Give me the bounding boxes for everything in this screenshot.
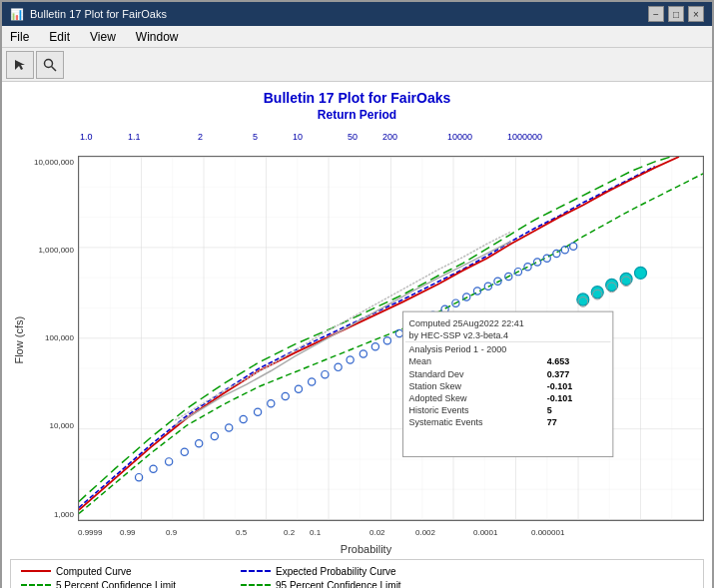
plot-canvas: Computed 25Aug2022 22:41 by HEC-SSP v2.3… — [78, 156, 704, 521]
rp-1: 1.0 — [80, 132, 93, 142]
y-tick-1k: 1,000 — [54, 510, 74, 519]
prob-02: 0.2 — [284, 528, 296, 537]
prob-01: 0.1 — [310, 528, 322, 537]
historic-point — [634, 267, 646, 279]
toolbar — [2, 48, 712, 82]
info-adopted-skew-value: -0.101 — [547, 393, 573, 403]
info-station-skew-label: Station Skew — [409, 381, 462, 391]
legend-expected-line — [241, 570, 271, 572]
info-historic-value: 5 — [547, 405, 552, 415]
legend-5pct-label: 5 Percent Confidence Limit — [56, 580, 176, 588]
menu-file[interactable]: File — [6, 29, 33, 45]
prob-05: 0.5 — [236, 528, 248, 537]
chart-inner: 1.0 1.1 2 5 10 50 200 10000 1000000 — [28, 126, 704, 555]
info-stddev-label: Standard Dev — [409, 369, 465, 379]
info-mean-value: 4.653 — [547, 356, 570, 366]
info-header2: by HEC-SSP v2.3-beta.4 — [409, 330, 508, 340]
legend-5pct-line — [21, 584, 51, 586]
legend-computed: Computed Curve — [21, 566, 221, 577]
legend-95pct: 95 Percent Confidence Limit — [241, 580, 440, 588]
plot-svg: Computed 25Aug2022 22:41 by HEC-SSP v2.3… — [79, 157, 703, 520]
prob-002: 0.02 — [369, 528, 385, 537]
bottom-axis: 0.9999 0.99 0.9 0.5 0.2 0.1 0.02 0.002 0… — [28, 521, 704, 541]
legend-expected: Expected Probability Curve — [241, 566, 440, 577]
prob-0002: 0.002 — [415, 528, 436, 537]
menu-window[interactable]: Window — [132, 29, 183, 45]
arrow-tool-button[interactable] — [6, 51, 34, 79]
rp-5: 5 — [253, 132, 258, 142]
menu-edit[interactable]: Edit — [45, 29, 74, 45]
top-axis-svg: 1.0 1.1 2 5 10 50 200 10000 1000000 — [78, 126, 704, 156]
rp-1000000: 1000000 — [507, 132, 542, 142]
chart-title: Bulletin 17 Plot for FairOaks — [10, 90, 704, 106]
title-bar: 📊 Bulletin 17 Plot for FairOaks − □ × — [2, 2, 712, 26]
y-tick-10k: 10,000 — [50, 421, 74, 430]
prob-00001: 0.0001 — [473, 528, 498, 537]
info-station-skew-value: -0.101 — [547, 381, 573, 391]
info-systematic-value: 77 — [547, 417, 557, 427]
prob-09999: 0.9999 — [78, 528, 103, 537]
y-tick-1m: 1,000,000 — [38, 246, 74, 255]
top-axis: 1.0 1.1 2 5 10 50 200 10000 1000000 — [28, 126, 704, 156]
x-axis-label: Probability — [28, 543, 704, 555]
chart-subtitle: Return Period — [10, 108, 704, 122]
rp-10: 10 — [293, 132, 303, 142]
close-button[interactable]: × — [688, 6, 704, 22]
menu-view[interactable]: View — [86, 29, 120, 45]
maximize-button[interactable]: □ — [668, 6, 684, 22]
menu-bar: File Edit View Window — [2, 26, 712, 48]
title-bar-controls: − □ × — [648, 6, 704, 22]
legend-95pct-line — [241, 584, 271, 586]
info-adopted-skew-label: Adopted Skew — [409, 393, 468, 403]
chart-area: Bulletin 17 Plot for FairOaks Return Per… — [2, 82, 712, 588]
rp-1-1: 1.1 — [128, 132, 141, 142]
prob-0000001: 0.000001 — [531, 528, 565, 537]
window-title: Bulletin 17 Plot for FairOaks — [30, 8, 167, 20]
rp-10000: 10000 — [447, 132, 472, 142]
plot-row: 10,000,000 1,000,000 100,000 10,000 1,00… — [28, 156, 704, 521]
zoom-tool-button[interactable] — [36, 51, 64, 79]
info-analysis-label: Analysis Period 1 - 2000 — [409, 344, 507, 354]
rp-50: 50 — [348, 132, 357, 142]
legend-computed-line — [21, 570, 51, 572]
y-axis-label: Flow (cfs) — [10, 126, 28, 555]
minimize-button[interactable]: − — [648, 6, 664, 22]
y-axis-ticks: 10,000,000 1,000,000 100,000 10,000 1,00… — [28, 156, 78, 521]
title-bar-left: 📊 Bulletin 17 Plot for FairOaks — [10, 8, 167, 21]
bottom-axis-svg: 0.9999 0.99 0.9 0.5 0.2 0.1 0.02 0.002 0… — [78, 521, 704, 541]
info-systematic-label: Systematic Events — [409, 417, 484, 427]
legend-expected-label: Expected Probability Curve — [276, 566, 396, 577]
legend: Computed Curve Expected Probability Curv… — [10, 559, 704, 588]
prob-09: 0.9 — [166, 528, 178, 537]
svg-marker-0 — [15, 60, 25, 70]
legend-computed-label: Computed Curve — [56, 566, 132, 577]
rp-200: 200 — [382, 132, 397, 142]
chart-container: Flow (cfs) 1.0 1.1 2 5 10 50 200 10000 1… — [10, 126, 704, 555]
legend-row-2: 5 Percent Confidence Limit 95 Percent Co… — [21, 580, 693, 588]
info-historic-label: Historic Events — [409, 405, 470, 415]
info-stddev-value: 0.377 — [547, 369, 570, 379]
main-window: 📊 Bulletin 17 Plot for FairOaks − □ × Fi… — [0, 0, 714, 588]
svg-point-1 — [45, 59, 53, 67]
prob-099: 0.99 — [120, 528, 136, 537]
y-tick-100k: 100,000 — [45, 333, 74, 342]
window-icon: 📊 — [10, 8, 24, 21]
legend-row-1: Computed Curve Expected Probability Curv… — [21, 566, 693, 577]
zoom-icon — [43, 58, 57, 72]
rp-2: 2 — [198, 132, 203, 142]
legend-95pct-label: 95 Percent Confidence Limit — [276, 580, 401, 588]
arrow-icon — [13, 58, 27, 72]
info-header1: Computed 25Aug2022 22:41 — [409, 318, 524, 328]
legend-5pct: 5 Percent Confidence Limit — [21, 580, 221, 588]
info-mean-label: Mean — [409, 356, 432, 366]
y-tick-10m: 10,000,000 — [34, 158, 74, 167]
svg-line-2 — [52, 66, 57, 71]
